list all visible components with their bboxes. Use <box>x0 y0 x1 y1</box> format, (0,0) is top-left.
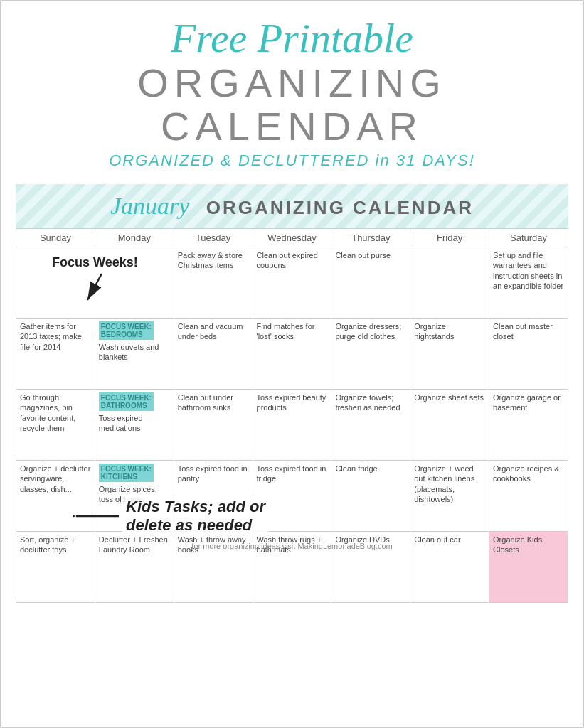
header-section: Free Printable ORGANIZING CALENDAR ORGAN… <box>16 16 568 177</box>
cell-clean-bathroom-sinks: Clean out under bathroom sinks <box>178 392 249 413</box>
cell-gather-taxes: Gather items for 2013 taxes; make file f… <box>20 321 91 352</box>
cell-wash-duvets: Wash duvets and blankets <box>99 342 170 363</box>
row3-wednesday: Toss expired beauty products <box>253 389 331 460</box>
cell-organize-garage: Organize garage or basement <box>493 392 564 413</box>
cell-organize-spices: Organize spices; toss old ones <box>99 484 170 505</box>
row4-saturday: Organize recipes & cookbooks <box>489 460 568 531</box>
focus-week-bathrooms-label: FOCUS WEEK:BATHROOMS <box>99 392 154 411</box>
day-header-saturday: Saturday <box>489 228 568 247</box>
cell-toss-fridge: Toss expired food in fridge <box>257 464 328 484</box>
title-free-printable: Free Printable <box>16 16 568 61</box>
cell-find-matches: Find matches for 'lost' socks <box>257 321 328 342</box>
cell-go-through-magazines: Go through magazines, pin favorite conte… <box>20 392 91 433</box>
row3-saturday: Organize garage or basement <box>489 389 568 460</box>
cell-pack-away: Pack away & store Christmas items <box>178 250 249 271</box>
month-calendar-label: ORGANIZING CALENDAR <box>206 197 474 218</box>
day-header-monday: Monday <box>95 228 174 247</box>
day-header-thursday: Thursday <box>331 228 410 247</box>
row1-thursday: Clean out purse <box>331 247 410 318</box>
month-name: January <box>110 193 189 219</box>
row4-monday: FOCUS WEEK:KITCHENS Organize spices; tos… <box>95 460 174 531</box>
cell-clean-out-purse: Clean out purse <box>335 250 406 260</box>
day-header-tuesday: Tuesday <box>174 228 253 247</box>
page: Free Printable ORGANIZING CALENDAR ORGAN… <box>0 0 584 728</box>
row1-wednesday: Clean out expired coupons <box>253 247 331 318</box>
calendar-row-1: Focus Weeks! <box>16 247 568 318</box>
title-organizing: ORGANIZING <box>16 61 568 105</box>
row1-tuesday: Pack away & store Christmas items <box>174 247 253 318</box>
row1-friday <box>410 247 489 318</box>
day-header-friday: Friday <box>410 228 489 247</box>
row2-thursday: Organize dressers; purge old clothes <box>331 318 410 389</box>
row4-tuesday: Toss expired food in pantry <box>174 460 253 531</box>
cell-toss-medications: Toss expired medications <box>99 413 170 434</box>
cell-organize-nightstands: Organize nightstands <box>414 321 485 342</box>
row2-sunday: Gather items for 2013 taxes; make file f… <box>16 318 95 389</box>
row3-tuesday: Clean out under bathroom sinks <box>174 389 253 460</box>
row2-monday: FOCUS WEEK:BEDROOMS Wash duvets and blan… <box>95 318 174 389</box>
svg-line-1 <box>87 274 102 300</box>
row4-sunday: Organize + declutter servingware, glasse… <box>16 460 95 531</box>
row3-friday: Organize sheet sets <box>410 389 489 460</box>
row1-saturday: Set up and file warrantees and instructi… <box>489 247 568 318</box>
row3-monday: FOCUS WEEK:BATHROOMS Toss expired medica… <box>95 389 174 460</box>
row4-thursday: Clean fridge <box>331 460 410 531</box>
focus-week-kitchens-label: FOCUS WEEK:KITCHENS <box>99 464 154 482</box>
focus-weeks-annotation-cell: Focus Weeks! <box>16 247 174 318</box>
cell-organize-recipes: Organize recipes & cookbooks <box>493 464 564 484</box>
cell-clean-fridge: Clean fridge <box>335 464 406 473</box>
calendar-row-2: Gather items for 2013 taxes; make file f… <box>16 318 568 389</box>
cell-organize-servingware: Organize + declutter servingware, glasse… <box>20 464 91 494</box>
row3-sunday: Go through magazines, pin favorite conte… <box>16 389 95 460</box>
cell-clean-vacuum: Clean and vacuum under beds <box>178 321 249 342</box>
cell-clean-expired-coupons: Clean out expired coupons <box>257 250 328 271</box>
row2-tuesday: Clean and vacuum under beds <box>174 318 253 389</box>
calendar-header-row: Sunday Monday Tuesday Wednesday Thursday… <box>16 228 568 247</box>
row4-friday: Organize + weed out kitchen linens (plac… <box>410 460 489 531</box>
cell-organize-kitchen-linens: Organize + weed out kitchen linens (plac… <box>414 464 485 504</box>
calendar-row-3: Go through magazines, pin favorite conte… <box>16 389 568 460</box>
cell-organize-towels: Organize towels; freshen as needed <box>335 392 406 413</box>
title-calendar: CALENDAR <box>16 105 568 149</box>
focus-weeks-arrow <box>73 270 116 306</box>
row2-saturday: Clean out master closet <box>489 318 568 389</box>
row4-wednesday: Toss expired food in fridge <box>253 460 331 531</box>
day-header-sunday: Sunday <box>16 228 95 247</box>
row2-wednesday: Find matches for 'lost' socks <box>253 318 331 389</box>
cell-set-up-file: Set up and file warrantees and instructi… <box>493 250 564 291</box>
subtitle: ORGANIZED & DECLUTTERED in 31 DAYS! <box>16 151 568 170</box>
focus-weeks-label: Focus Weeks! <box>52 255 138 269</box>
row2-friday: Organize nightstands <box>410 318 489 389</box>
month-banner: January ORGANIZING CALENDAR <box>16 184 568 228</box>
cell-clean-master-closet: Clean out master closet <box>493 321 564 342</box>
day-header-wednesday: Wednesday <box>253 228 331 247</box>
row5-monday: Declutter + Freshen Laundry Room <box>95 531 174 602</box>
cell-toss-beauty-products: Toss expired beauty products <box>257 392 328 413</box>
cell-organize-sheet-sets: Organize sheet sets <box>414 392 485 402</box>
cell-organize-dressers: Organize dressers; purge old clothes <box>335 321 406 342</box>
cell-toss-pantry: Toss expired food in pantry <box>178 464 249 484</box>
row3-thursday: Organize towels; freshen as needed <box>331 389 410 460</box>
calendar-row-4: Organize + declutter servingware, glasse… <box>16 460 568 531</box>
focus-week-bedrooms-label: FOCUS WEEK:BEDROOMS <box>99 321 154 340</box>
